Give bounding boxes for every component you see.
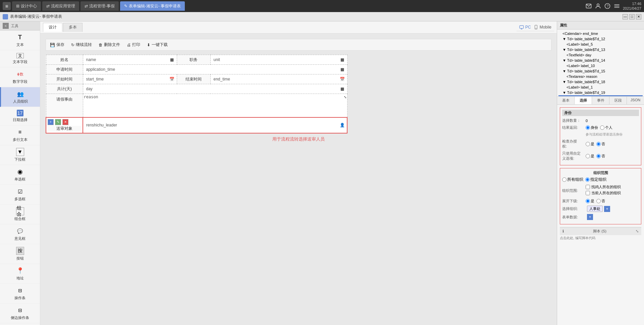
send-edit-button[interactable]: ✎ — [55, 119, 61, 125]
continue-icon: ↻ — [71, 43, 74, 47]
select-org-row: 选择组织: 人事处 + — [562, 206, 639, 212]
radio-person[interactable]: 个人 — [600, 125, 612, 130]
job-label: 职务 — [177, 55, 210, 65]
sidebar-item-textfield[interactable]: 文 文本字段 — [0, 50, 40, 67]
name-input[interactable] — [86, 57, 169, 63]
apptime-field-cell: ▦ — [83, 65, 347, 74]
add-org-button[interactable]: + — [604, 206, 610, 212]
name-field-wrapper: ▦ — [85, 56, 175, 63]
select-count-value: 0 — [586, 119, 588, 123]
sub-tabs: 设计 多本 — [43, 23, 83, 32]
prop-tab-json[interactable]: JSON — [627, 97, 644, 104]
sidebar-item-combo[interactable]: 组合 组合框 — [0, 205, 40, 224]
view-toggle-mobile[interactable]: Mobile — [534, 25, 551, 30]
download-button[interactable]: ⬇ 一键下载 — [146, 41, 169, 48]
editor-top: 设计 多本 PC Mobile — [40, 21, 557, 34]
tree-item-td19[interactable]: ▼ Td> table_table$Td_19 — [558, 90, 643, 95]
minimize-button[interactable]: — — [623, 14, 628, 19]
tree-item-td13[interactable]: ▼ Td> table_table$Td_13 — [558, 47, 643, 52]
radio-check-yes[interactable]: 是 — [586, 142, 594, 147]
radio-custom-yes[interactable]: 是 — [586, 154, 594, 159]
select-count-label: 选择数量： — [562, 118, 586, 123]
view-toggle-pc[interactable]: PC — [519, 25, 531, 30]
tree-item-td15[interactable]: ▼ Td> table_table$Td_15 — [558, 68, 643, 74]
sidebar-item-image[interactable]: 🖼 图片 — [0, 323, 40, 325]
tab-form-edit[interactable]: ✎ 表单编辑-湘安云- 事假申请表 — [120, 1, 185, 11]
tree-item-td14[interactable]: ▼ Td> table_table$Td_14 — [558, 58, 643, 63]
totaldays-field-wrapper: ▦ — [85, 86, 345, 92]
close-button[interactable]: ✕ — [636, 14, 641, 19]
delete-file-button[interactable]: 🗑 删除文件 — [97, 41, 121, 48]
send-delete-button[interactable]: ✕ — [62, 119, 68, 125]
print-button[interactable]: 🖨 打印 — [125, 41, 142, 48]
radio-specified-org[interactable]: 指定组织 — [585, 177, 606, 182]
send-value-input[interactable] — [86, 122, 339, 128]
sidebar-item-sideaction[interactable]: ⊟ 侧边操作条 — [0, 304, 40, 323]
sidebar-item-address[interactable]: 📍 地址 — [0, 264, 40, 284]
tree-item-calendar[interactable]: <Calendar> end_time — [558, 31, 643, 36]
sidebar-item-opinion[interactable]: 💬 意见框 — [0, 224, 40, 244]
tree-item-label1[interactable]: <Label> label_1 — [558, 85, 643, 90]
top-right-icons: ? 17:46 2021/04/27 — [585, 1, 641, 11]
org-chip[interactable]: 人事处 — [587, 206, 603, 212]
sidebar-item-org[interactable]: 👥 人员组织 — [0, 87, 40, 107]
reason-textarea[interactable]: reason — [84, 95, 344, 115]
form-data-row: 表单数据: + — [562, 214, 639, 220]
prop-tab-select[interactable]: 选择 — [575, 97, 592, 104]
job-input[interactable] — [213, 57, 339, 63]
help-icon[interactable]: ? — [604, 3, 611, 9]
tab-template[interactable]: 多本 — [63, 23, 83, 32]
custom-only-row: 只使用自定义选项: 是 否 — [562, 151, 639, 161]
maximize-button[interactable]: □ — [629, 14, 635, 19]
reason-expand-icon[interactable]: ⤡ — [344, 95, 346, 99]
continue-flow-button[interactable]: ↻ 继续流转 — [70, 41, 93, 48]
org-range-checkbox-1[interactable] — [586, 191, 590, 195]
sidebar-item-button[interactable]: 按 按钮 — [0, 244, 40, 264]
form-toolbar: 💾 保存 ↻ 继续流转 🗑 删除文件 🖨 打印 — [46, 39, 551, 51]
prop-tab-basic[interactable]: 基本 — [557, 97, 575, 104]
sidebar-item-dropdown[interactable]: ▼ 下拉框 — [0, 145, 40, 165]
collapse-button[interactable]: < — [3, 23, 9, 29]
radio-expand-yes[interactable]: 是 — [586, 199, 594, 204]
add-form-data-button[interactable]: + — [587, 214, 593, 220]
tree-item-label5[interactable]: <Label> label_5 — [558, 42, 643, 47]
tree-item-td18[interactable]: ▼ Td> table_table$Td_18 — [558, 79, 643, 85]
script-label: 脚本 (S) — [593, 229, 606, 234]
print-label: 打印 — [132, 42, 140, 48]
radio-all-org[interactable]: 所有组织 — [562, 177, 583, 182]
radio-custom-no[interactable]: 否 — [596, 154, 605, 159]
script-expand-icon[interactable]: ⤡ — [636, 229, 639, 233]
sidebar-item-numberfield[interactable]: ⋕数 数字字段 — [0, 67, 40, 87]
endtime-input[interactable] — [213, 76, 339, 82]
radio-check-no[interactable]: 否 — [596, 142, 605, 147]
tree-item-textfield-day[interactable]: <Textfield> day — [558, 52, 643, 58]
starttime-cal-icon: 📅 — [170, 77, 174, 82]
sidebar-item-datepicker[interactable]: 17 日期选择 — [0, 107, 40, 125]
starttime-input[interactable] — [86, 76, 169, 82]
tab-design[interactable]: 设计 — [43, 23, 62, 32]
prop-tab-section[interactable]: 区段 — [609, 97, 627, 104]
sidebar-item-actionbar[interactable]: ⊟ 操作条 — [0, 284, 40, 304]
tab-flow-app[interactable]: ⇄ 流程应用管理 — [42, 1, 79, 11]
tab-flow-manage[interactable]: ⇄ 流程管理-事假 — [80, 1, 119, 11]
user-icon[interactable] — [595, 3, 601, 9]
radio-expand-no[interactable]: 否 — [596, 199, 605, 204]
radio-identity[interactable]: 身份 — [586, 125, 598, 130]
sidebar-item-checkbox[interactable]: ☑ 多选框 — [0, 185, 40, 205]
apptime-input[interactable] — [86, 66, 339, 72]
message-icon[interactable] — [585, 3, 592, 9]
send-add-button[interactable]: + — [48, 119, 54, 125]
sidebar-item-radio[interactable]: ◉ 单选框 — [0, 165, 40, 185]
tree-item-label10[interactable]: <Label> label_10 — [558, 63, 643, 68]
totaldays-input[interactable] — [86, 86, 339, 92]
tree-item-textarea-reason[interactable]: <Textarea> reason — [558, 74, 643, 79]
tab-design-center[interactable]: ⊞ 设计中心 — [12, 1, 41, 11]
sidebar-item-text[interactable]: T 文本 — [0, 31, 40, 50]
sidebar-item-multitext[interactable]: ≡ 多行文本 — [0, 125, 40, 145]
tree-item-td12[interactable]: ▼ Td> table_table$Td_12 — [558, 36, 643, 42]
save-button[interactable]: 💾 保存 — [49, 41, 66, 48]
sidebar-item-multitext-label: 多行文本 — [13, 137, 28, 142]
org-range-checkbox-0[interactable] — [586, 185, 590, 189]
menu-icon[interactable] — [613, 3, 620, 9]
prop-tab-event[interactable]: 事件 — [592, 97, 609, 104]
